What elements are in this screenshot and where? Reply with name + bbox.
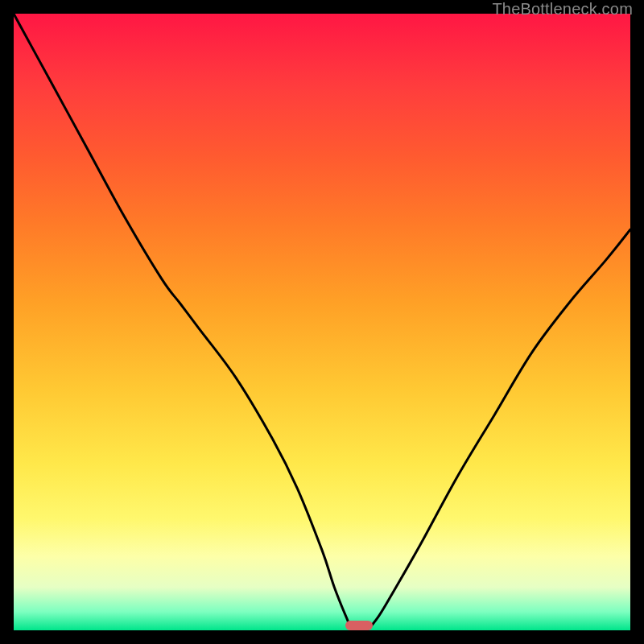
chart-frame: TheBottleneck.com xyxy=(0,0,644,644)
bottleneck-curve xyxy=(14,14,630,630)
plot-area xyxy=(14,14,630,630)
optimal-marker xyxy=(345,621,373,630)
watermark-text: TheBottleneck.com xyxy=(492,0,633,19)
